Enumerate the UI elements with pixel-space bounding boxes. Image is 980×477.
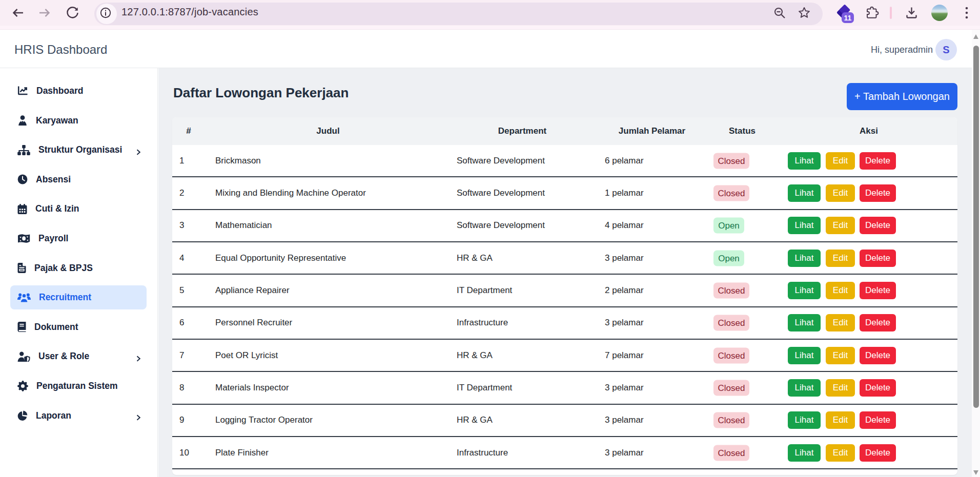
svg-text:11: 11 <box>844 14 852 22</box>
